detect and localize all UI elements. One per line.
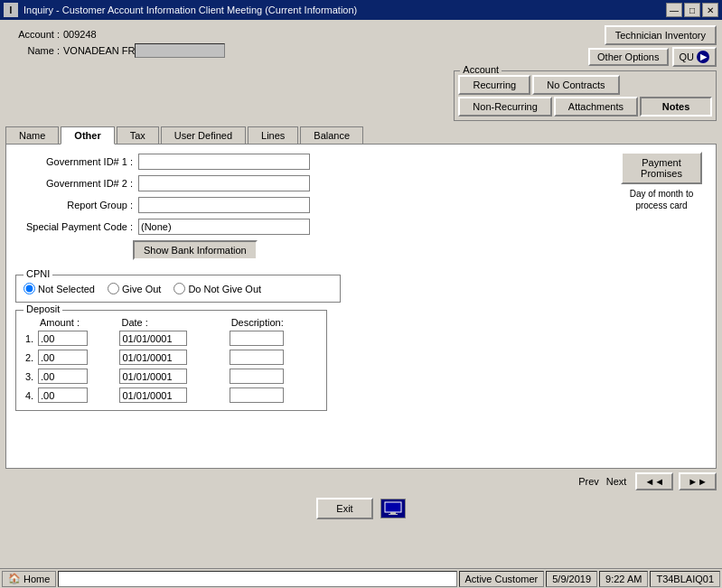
payment-promises-button[interactable]: PaymentPromises (621, 152, 702, 184)
deposit-group: Deposit Amount : Date : Description: 1. … (15, 310, 327, 411)
report-group-input[interactable] (138, 197, 310, 213)
gov-id1-input[interactable] (138, 154, 310, 170)
deposit-desc-input[interactable] (230, 369, 284, 384)
title-bar: I Inquiry - Customer Account Information… (0, 0, 722, 20)
app-icon: I (4, 3, 18, 17)
col-amount: Amount : (36, 316, 117, 329)
prev-arrow-button[interactable]: ◄◄ (635, 472, 673, 490)
exit-area: Exit (5, 494, 717, 523)
notes-tab[interactable]: Notes (640, 97, 712, 117)
cpni-do-not-label: Do Not Give Out (188, 284, 261, 294)
active-customer-status: Active Customer (459, 571, 545, 587)
cpni-group: CPNI Not Selected Give Out Do Not Give O… (15, 275, 341, 303)
payment-note: Day of month to process card (616, 188, 707, 211)
deposit-amount-input[interactable] (38, 350, 88, 365)
tech-inventory-button[interactable]: Technician Inventory (605, 25, 717, 45)
qu-icon: ▶ (697, 51, 709, 63)
cpni-not-selected[interactable]: Not Selected (23, 283, 95, 294)
account-label: Account : (5, 29, 60, 40)
svg-rect-2 (389, 514, 398, 515)
deposit-row: 2. (23, 348, 319, 367)
deposit-amount-input[interactable] (38, 387, 88, 403)
deposit-date-input[interactable] (119, 350, 187, 365)
gov-id2-row: Government ID# 2 : (15, 175, 707, 191)
name-label: Name : (5, 45, 60, 56)
tab-user-defined[interactable]: User Defined (161, 126, 246, 145)
gov-id1-row: Government ID# 1 : (15, 154, 707, 170)
payment-promises-label: PaymentPromises (641, 157, 682, 179)
status-bar: 🏠 Home Active Customer 5/9/2019 9:22 AM … (0, 568, 722, 588)
next-arrow-button[interactable]: ►► (679, 472, 717, 490)
svg-rect-0 (385, 502, 401, 512)
show-bank-button[interactable]: Show Bank Information (133, 240, 258, 260)
home-button[interactable]: 🏠 Home (2, 571, 56, 587)
cpni-do-not[interactable]: Do Not Give Out (173, 283, 261, 294)
cpni-not-selected-label: Not Selected (38, 284, 95, 294)
exit-button[interactable]: Exit (316, 498, 372, 519)
account-info: Account : 009248 Name : VONADEAN FR (5, 25, 454, 121)
gov-id2-label: Government ID# 2 : (15, 178, 133, 189)
window-title: Inquiry - Customer Account Information C… (23, 5, 357, 15)
cpni-give-out[interactable]: Give Out (108, 283, 161, 294)
tab-balance[interactable]: Balance (300, 126, 363, 145)
cpni-give-out-radio[interactable] (108, 283, 119, 294)
col-desc: Description: (228, 316, 319, 329)
special-payment-label: Special Payment Code : (15, 221, 133, 232)
deposit-date-input[interactable] (119, 331, 187, 346)
svg-rect-1 (390, 512, 396, 514)
home-icon: 🏠 (8, 573, 21, 584)
special-payment-row: Special Payment Code : (None) (15, 219, 707, 235)
special-payment-input[interactable]: (None) (138, 219, 310, 235)
content-tabs: Name Other Tax User Defined Lines Balanc… (5, 126, 717, 145)
recurring-tab[interactable]: Recurring (458, 75, 530, 95)
attachments-tab[interactable]: Attachments (554, 97, 638, 117)
deposit-desc-input[interactable] (230, 331, 284, 346)
qu-button[interactable]: QU ▶ (672, 47, 717, 67)
deposit-row-num: 4. (25, 390, 33, 401)
deposit-row-num: 3. (25, 371, 33, 382)
status-section (58, 571, 456, 587)
deposit-desc-input[interactable] (230, 387, 284, 403)
name-value: VONADEAN FR (63, 45, 135, 56)
deposit-row: 4. (23, 386, 319, 405)
minimize-button[interactable]: — (666, 3, 682, 17)
close-button[interactable]: ✕ (702, 3, 718, 17)
deposit-row: 1. (23, 329, 319, 348)
right-panel: Technician Inventory Other Options QU ▶ … (454, 25, 717, 121)
report-group-label: Report Group : (15, 200, 133, 210)
cpni-group-label: CPNI (23, 268, 52, 279)
deposit-date-input[interactable] (119, 369, 187, 384)
content-panel: PaymentPromises Day of month to process … (5, 144, 717, 469)
deposit-group-label: Deposit (23, 303, 62, 314)
no-contracts-tab[interactable]: No Contracts (532, 75, 619, 95)
deposit-date-input[interactable] (119, 387, 187, 403)
col-date: Date : (117, 316, 227, 329)
maximize-button[interactable]: □ (684, 3, 700, 17)
deposit-desc-input[interactable] (230, 350, 284, 365)
time-status: 9:22 AM (599, 571, 648, 587)
deposit-amount-input[interactable] (38, 369, 88, 384)
payment-panel: PaymentPromises Day of month to process … (616, 152, 707, 211)
gov-id2-input[interactable] (138, 175, 310, 191)
cpni-not-selected-radio[interactable] (23, 283, 35, 294)
main-window: Account : 009248 Name : VONADEAN FR Tech… (0, 20, 722, 568)
other-options-button[interactable]: Other Options (588, 48, 668, 66)
tab-tax[interactable]: Tax (117, 126, 159, 145)
tab-name[interactable]: Name (5, 126, 59, 145)
prev-label: Prev (578, 476, 599, 487)
deposit-row: 3. (23, 367, 319, 386)
non-recurring-tab[interactable]: Non-Recurring (458, 97, 552, 117)
tab-lines[interactable]: Lines (248, 126, 298, 145)
gov-id1-label: Government ID# 1 : (15, 156, 133, 167)
deposit-amount-input[interactable] (38, 331, 88, 346)
status-info: Active Customer 5/9/2019 9:22 AM T34BLAI… (459, 571, 720, 587)
cpni-do-not-radio[interactable] (173, 283, 185, 294)
deposit-row-num: 2. (25, 352, 33, 363)
monitor-icon (380, 499, 406, 518)
deposit-row-num: 1. (25, 333, 33, 344)
date-status: 5/9/2019 (546, 571, 597, 587)
home-label: Home (23, 574, 50, 584)
account-group-label: Account (460, 64, 502, 75)
tab-other[interactable]: Other (61, 126, 114, 145)
deposit-table: Amount : Date : Description: 1. 2. 3. (23, 316, 319, 405)
